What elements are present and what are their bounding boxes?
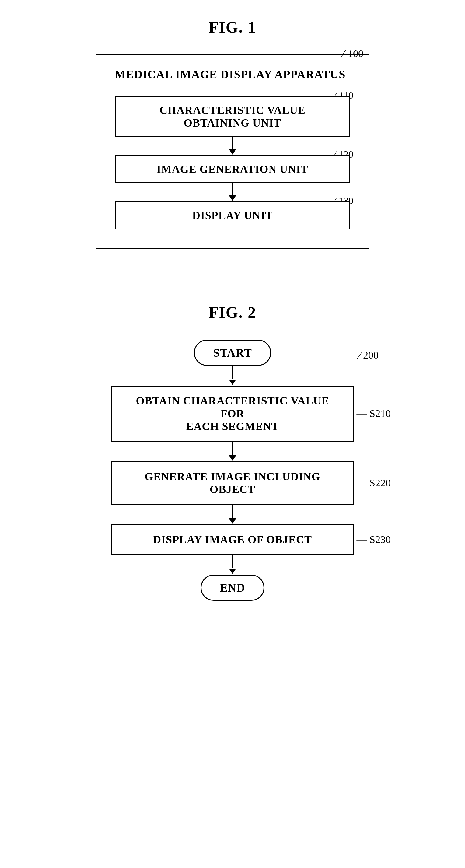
step-s220-wrapper: GENERATE IMAGE INCLUDING OBJECT S220: [111, 461, 354, 505]
arrow-s220-s230: [111, 505, 354, 524]
fig2-section: FIG. 2 / 200 START OBTAIN CHARACTERISTIC…: [30, 304, 435, 601]
box1: CHARACTERISTIC VALUE OBTAINING UNIT: [115, 96, 350, 137]
step-s230: DISPLAY IMAGE OF OBJECT: [111, 524, 354, 555]
box2: IMAGE GENERATION UNIT: [115, 155, 350, 183]
page: FIG. 1 / 100 MEDICAL IMAGE DISPLAY APPAR…: [0, 0, 465, 868]
arrow-2: [115, 183, 350, 202]
arrow-1: [115, 137, 350, 155]
step-s210-wrapper: OBTAIN CHARACTERISTIC VALUE FOR EACH SEG…: [111, 385, 354, 442]
box3: DISPLAY UNIT: [115, 202, 350, 229]
outer-box-label: MEDICAL IMAGE DISPLAY APPARATUS: [115, 68, 350, 81]
ref-s230: S230: [356, 534, 391, 546]
box3-wrapper: / 130 DISPLAY UNIT: [115, 202, 350, 229]
step-s220: GENERATE IMAGE INCLUDING OBJECT: [111, 461, 354, 505]
fig1-diagram: / 100 MEDICAL IMAGE DISPLAY APPARATUS / …: [96, 55, 369, 249]
box2-wrapper: / 120 IMAGE GENERATION UNIT: [115, 155, 350, 183]
ref-s210: S210: [356, 408, 391, 420]
outer-box: MEDICAL IMAGE DISPLAY APPARATUS / 110 CH…: [96, 55, 369, 249]
fig2-diagram: / 200 START OBTAIN CHARACTERISTIC VALUE …: [111, 340, 354, 601]
fig2-title: FIG. 2: [209, 304, 256, 321]
step-s230-wrapper: DISPLAY IMAGE OF OBJECT S230: [111, 524, 354, 555]
start-box: START: [194, 340, 271, 366]
arrow-s210-s220: [111, 442, 354, 461]
step-s210: OBTAIN CHARACTERISTIC VALUE FOR EACH SEG…: [111, 385, 354, 442]
box1-wrapper: / 110 CHARACTERISTIC VALUE OBTAINING UNI…: [115, 96, 350, 137]
arrow-s230-end: [111, 555, 354, 575]
ref-200-label: / 200: [358, 349, 379, 362]
ref-s220: S220: [356, 477, 391, 489]
arrow-start: [111, 366, 354, 385]
end-box: END: [200, 575, 264, 601]
fig1-title: FIG. 1: [209, 18, 256, 36]
